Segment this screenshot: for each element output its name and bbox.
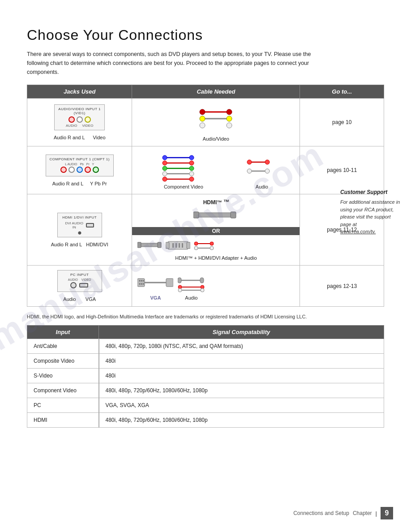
svg-rect-41 bbox=[179, 243, 180, 248]
signal-col-compat: Signal Compatability bbox=[99, 325, 384, 339]
signal-input-composite: Composite Video bbox=[27, 353, 99, 368]
svg-point-16 bbox=[163, 166, 167, 171]
jacks-label-video-av: Video bbox=[93, 135, 106, 140]
signal-row: HDMI 480i, 480p, 720p/60Hz, 1080i/60Hz, … bbox=[27, 412, 384, 427]
svg-rect-31 bbox=[193, 212, 199, 218]
footer-section-label: Connections and Setup bbox=[293, 510, 349, 516]
cable-label-hdmi-dvi: HDMI™ + HDMI/DVI Adapter + Audio bbox=[137, 255, 294, 261]
svg-point-47 bbox=[210, 242, 214, 245]
svg-rect-50 bbox=[137, 279, 145, 287]
jacks-label-hdmidvi: HDMI/DVI bbox=[86, 242, 108, 247]
svg-point-5 bbox=[200, 123, 205, 128]
jack-circle-white2 bbox=[68, 167, 75, 173]
goto-component: pages 10-11 bbox=[327, 167, 357, 173]
svg-point-64 bbox=[178, 288, 182, 292]
cable-cell-pc: VGA bbox=[132, 266, 300, 307]
svg-rect-39 bbox=[172, 243, 174, 248]
signal-compat-component: 480i, 480p, 720p/60Hz, 1080i/60Hz, 1080p bbox=[99, 383, 384, 398]
svg-point-18 bbox=[163, 177, 167, 181]
svg-point-28 bbox=[265, 160, 270, 164]
goto-cell-component: pages 10-11 bbox=[300, 146, 384, 194]
page-title: Choose Your Connections bbox=[27, 27, 384, 43]
svg-point-48 bbox=[210, 246, 214, 250]
svg-point-56 bbox=[141, 283, 142, 285]
signal-input-pc: PC bbox=[27, 398, 99, 412]
svg-rect-51 bbox=[166, 279, 173, 287]
footer-divider: | bbox=[376, 510, 377, 517]
dvi-adapter-icon bbox=[166, 238, 190, 253]
signal-row: PC VGA, SVGA, XGA bbox=[27, 398, 384, 412]
audio-cable-icon bbox=[245, 151, 272, 182]
signal-compat-composite: 480i bbox=[99, 353, 384, 368]
cable-cell-component: Component Video Audio bbox=[132, 146, 300, 194]
table-row: HDMI 1/DVI INPUT DVI AUDIOIN ⬤ Audio R a… bbox=[27, 194, 384, 266]
jack-circle-green bbox=[93, 167, 99, 173]
jacks-cell-av: AUDIO/VIDEO INPUT 1(VID1) AUDIO VIDEO Au… bbox=[27, 99, 132, 146]
goto-pc: pages 12-13 bbox=[327, 283, 357, 289]
svg-rect-42 bbox=[182, 243, 183, 248]
table-row: PC INPUT AUDIO VIDEO Audio VGA bbox=[27, 266, 384, 307]
col-header-cable: Cable Needed bbox=[132, 85, 300, 99]
signal-row: S-Video 480i bbox=[27, 368, 384, 383]
signal-compat-hdmi: 480i, 480p, 720p/60Hz, 1080i/60Hz, 1080p bbox=[99, 412, 384, 427]
svg-rect-34 bbox=[137, 242, 141, 248]
svg-point-17 bbox=[163, 172, 167, 176]
svg-rect-37 bbox=[166, 242, 169, 249]
table-row: COMPONENT INPUT 1 (CMPT 1) L AUDIO Pb Pr… bbox=[27, 146, 384, 194]
jack-diagram-hdmi: HDMI 1/DVI INPUT DVI AUDIOIN ⬤ bbox=[57, 213, 102, 237]
cable-label-audio-comp: Audio bbox=[256, 184, 268, 189]
goto-cell-pc: pages 12-13 bbox=[300, 266, 384, 307]
hdmi-cable-small-icon bbox=[137, 238, 162, 253]
jacks-label-audio-pc: Audio bbox=[63, 296, 76, 302]
hdmi-cable-icon bbox=[193, 207, 238, 223]
cable-label-av: Audio/Video bbox=[137, 136, 294, 142]
signal-row: Ant/Cable 480i, 480p, 720p, 1080i (NTSC,… bbox=[27, 339, 384, 353]
svg-point-6 bbox=[227, 109, 232, 115]
svg-point-55 bbox=[139, 283, 141, 285]
jack-circle-red3 bbox=[85, 167, 91, 173]
jack-diagram-pc: PC INPUT AUDIO VIDEO bbox=[57, 270, 102, 292]
signal-row: Composite Video 480i bbox=[27, 353, 384, 368]
svg-point-52 bbox=[139, 280, 141, 282]
customer-support-link[interactable]: www.rca.com/tv. bbox=[340, 229, 376, 234]
svg-point-15 bbox=[163, 161, 167, 165]
jacks-label-audio-rl-hdmi: Audio R and L bbox=[51, 242, 82, 247]
jack-vga-port bbox=[79, 283, 88, 287]
av-cable-icon bbox=[198, 103, 234, 134]
col-header-jacks: Jacks Used bbox=[27, 85, 132, 99]
signal-compat-pc: VGA, SVGA, XGA bbox=[99, 398, 384, 412]
footer-page-number: 9 bbox=[381, 507, 393, 519]
svg-point-20 bbox=[189, 161, 194, 165]
page-footer: Connections and Setup Chapter | 9 bbox=[293, 507, 393, 519]
audio-cable-small-icon bbox=[194, 238, 214, 253]
jacks-label-vga: VGA bbox=[86, 296, 96, 302]
svg-point-29 bbox=[265, 169, 270, 173]
jack-diagram-component: COMPONENT INPUT 1 (CMPT 1) L AUDIO Pb Pr… bbox=[46, 154, 114, 176]
jacks-label-audio-rl-av: Audio R and L bbox=[54, 135, 85, 140]
svg-point-26 bbox=[247, 160, 252, 164]
signal-row: Component Video 480i, 480p, 720p/60Hz, 1… bbox=[27, 383, 384, 398]
svg-point-21 bbox=[189, 166, 194, 171]
svg-rect-32 bbox=[231, 212, 236, 218]
svg-point-22 bbox=[189, 172, 194, 176]
intro-text: There are several ways to connect compon… bbox=[27, 50, 331, 77]
signal-input-component: Component Video bbox=[27, 383, 99, 398]
svg-rect-30 bbox=[196, 213, 231, 217]
goto-cell-av: page 10 bbox=[300, 99, 384, 146]
signal-input-antcable: Ant/Cable bbox=[27, 339, 99, 353]
signal-input-hdmi: HDMI bbox=[27, 412, 99, 427]
component-cable-icon bbox=[160, 151, 196, 182]
svg-point-7 bbox=[227, 116, 232, 121]
jacks-cell-pc: PC INPUT AUDIO VIDEO Audio VGA bbox=[27, 266, 132, 307]
svg-point-23 bbox=[189, 177, 194, 181]
svg-rect-60 bbox=[200, 278, 204, 283]
svg-rect-33 bbox=[139, 243, 159, 247]
svg-point-3 bbox=[200, 109, 205, 115]
signal-input-svideo: S-Video bbox=[27, 368, 99, 383]
signal-table: Input Signal Compatability Ant/Cable 480… bbox=[27, 325, 384, 428]
svg-point-14 bbox=[163, 155, 167, 160]
jack-circle-blue bbox=[77, 167, 83, 173]
jacks-label-audio-rl-comp: Audio R and L bbox=[52, 181, 83, 186]
cable-label-component: Component Video bbox=[164, 184, 203, 189]
trademark-text: HDMI, the HDMI logo, and High-Definition… bbox=[27, 313, 384, 321]
